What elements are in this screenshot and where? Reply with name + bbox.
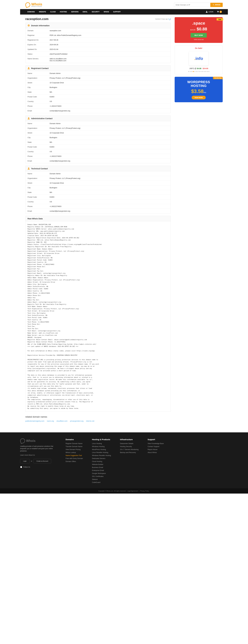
- info-row: Country:US: [25, 99, 171, 104]
- row-value: 2017-09-26: [50, 39, 169, 41]
- row-value: clientTransferProhibited: [50, 53, 169, 55]
- nav-item-servers[interactable]: SERVERS: [69, 9, 81, 14]
- footer-link[interactable]: Windows Hosting: [92, 446, 111, 448]
- new-price: $0.88: [197, 27, 207, 32]
- or-text: or: [31, 460, 32, 462]
- related-link[interactable]: publicdomainregistry.com: [25, 420, 44, 422]
- carousel-dots[interactable]: [175, 71, 223, 72]
- footer-link[interactable]: Dedicated Servers: [92, 458, 111, 460]
- related-link[interactable]: cloudflare.com: [56, 420, 67, 422]
- footer-about: Whois Leading provider of web presence s…: [20, 438, 56, 484]
- footer-link[interactable]: CodeGuard: [92, 482, 111, 483]
- nav-item-cloud[interactable]: CLOUD: [48, 9, 58, 14]
- nav-item-website[interactable]: WEBSITE: [37, 9, 48, 14]
- row-key: Email:: [27, 210, 50, 212]
- footer-link[interactable]: Contact Support: [148, 446, 164, 448]
- row-key: Street:: [27, 182, 50, 184]
- info-row: Organization:Privacy Protect, LLC (Priva…: [25, 126, 171, 130]
- footer-link[interactable]: View Knowledge Base: [148, 443, 164, 444]
- footer-login-button[interactable]: Login: [20, 459, 30, 464]
- logo-icon: [25, 2, 31, 8]
- row-value: +1.8022274003: [50, 155, 169, 157]
- nav-item-whois[interactable]: WHOIS: [102, 9, 111, 14]
- footer-logo-text: Whois: [26, 438, 35, 443]
- row-key: Registered On:: [27, 39, 50, 41]
- footer-link[interactable]: 24 x 7 Servers Monitoring: [120, 448, 138, 450]
- logo[interactable]: Whois Identify for everyone: [25, 2, 42, 7]
- login-link[interactable]: LOGIN: [204, 9, 216, 14]
- footer-link[interactable]: WordPress Hosting: [92, 448, 111, 450]
- whois-search-button[interactable]: WHOIS: [210, 3, 223, 7]
- footer-link[interactable]: Backup and Recovery: [120, 452, 138, 454]
- footer: Whois Leading provider of web presence s…: [0, 432, 248, 488]
- nav-item-security[interactable]: SECURITY: [90, 9, 102, 14]
- promo-tld: .space: [177, 21, 220, 26]
- tld-text: info: [195, 56, 203, 61]
- promo-space[interactable]: Sale .space $24.88 $0.88 BUY NOW *while …: [175, 17, 223, 43]
- footer-link[interactable]: Business Email: [92, 466, 111, 468]
- footer-link[interactable]: Domain Offers: [66, 460, 83, 462]
- follow-us[interactable]: Follow Us: [20, 466, 56, 468]
- top-header: Whois Identify for everyone WHOIS: [20, 0, 228, 9]
- footer-link[interactable]: About Whois: [148, 452, 164, 454]
- promo-info-card[interactable]: On Sale! .info .INFO @ $4.88 $24.88: [175, 46, 223, 74]
- person-icon: [27, 167, 30, 170]
- view-more-button[interactable]: VIEW MORE: [192, 96, 206, 100]
- info-row: Domain:raceoption.com: [25, 28, 171, 33]
- privacy-link[interactable]: Privacy Policy: [140, 490, 149, 492]
- refresh-icon[interactable]: [169, 18, 171, 20]
- footer-link[interactable]: Whois Lookup: [66, 452, 83, 454]
- panel-title: Raw Whois Data: [27, 218, 43, 220]
- related-link[interactable]: icann.org: [47, 420, 54, 422]
- row-value: 10 Corporate Drive: [50, 132, 169, 134]
- footer-link[interactable]: Transfer Domain Name: [66, 446, 83, 448]
- footer-link[interactable]: Website Builder: [92, 464, 111, 465]
- logo-icon: [19, 438, 26, 444]
- footer-link[interactable]: Report Abuse: [148, 448, 164, 450]
- row-value: 2024-09-26: [50, 44, 169, 46]
- row-value: US: [50, 201, 169, 203]
- buy-now-button[interactable]: BUY NOW: [191, 33, 207, 38]
- learn-more-link[interactable]: Learn more About Us: [20, 454, 35, 456]
- info-row: Registered On:2017-09-26: [25, 38, 171, 42]
- footer-link[interactable]: Windows Reseller Hosting: [92, 454, 111, 456]
- cart-icon: [217, 11, 219, 13]
- footer-link[interactable]: Free with Every Domain: [66, 458, 83, 460]
- footer-link[interactable]: Name Suggestion Tool: [66, 454, 83, 456]
- info-row: Status:clientTransferProhibited: [25, 52, 171, 56]
- legal-link[interactable]: Legal Agreement: [127, 490, 138, 492]
- footer-link[interactable]: Cloud Hosting: [92, 460, 111, 462]
- related-link[interactable]: internic.net: [86, 420, 94, 422]
- footer-link[interactable]: SSL Certificates: [92, 476, 111, 477]
- footer-link[interactable]: Google Workspace: [92, 472, 111, 474]
- footer-link[interactable]: Datacenter Details: [120, 443, 138, 444]
- cart-count: 0: [220, 11, 222, 13]
- footer-link[interactable]: Linux Hosting: [92, 443, 111, 444]
- related-link[interactable]: privacyprotect.org: [70, 420, 83, 422]
- promo-title: WORDPRESSHOSTING: [177, 80, 221, 88]
- footer-link[interactable]: Hosting Security: [120, 446, 138, 448]
- nav-item-domains[interactable]: DOMAINS: [25, 9, 37, 14]
- footer-link[interactable]: View Domain Pricing: [66, 448, 83, 450]
- row-value: Burlington: [50, 136, 169, 138]
- nav-item-hosting[interactable]: HOSTING: [58, 9, 69, 14]
- info-row: Expires On:2024-09-26: [25, 42, 171, 47]
- footer-link[interactable]: Register Domain Name: [66, 443, 83, 444]
- row-key: Expires On:: [27, 44, 50, 46]
- info-row: Name Servers:adel.ns.cloudflare.com woz.…: [25, 56, 171, 63]
- search-input[interactable]: [174, 3, 210, 7]
- row-value: US: [50, 150, 169, 152]
- create-account-button[interactable]: Create an Account: [33, 459, 51, 464]
- nav-item-support[interactable]: SUPPORT: [111, 9, 123, 14]
- page-title: raceoption.com: [25, 17, 48, 21]
- cart-link[interactable]: 0: [216, 9, 223, 14]
- footer-link[interactable]: Enterprise Email: [92, 470, 111, 471]
- row-key: Postal Code:: [27, 96, 50, 98]
- nav-item-email[interactable]: EMAIL: [81, 9, 90, 14]
- footer-link[interactable]: Linux Reseller Hosting: [92, 452, 111, 454]
- promo-wordpress[interactable]: Introducing WORDPRESSHOSTING $3.58/mo VI…: [175, 77, 223, 102]
- footer-link[interactable]: Sitelock: [92, 478, 111, 480]
- registrant-panel: Registrant Contact Name:Domain AdminOrga…: [25, 65, 171, 113]
- row-value: PDR Ltd. d/b/a PublicDomainRegistry.com: [50, 34, 169, 36]
- info-row: State:MA: [25, 190, 171, 195]
